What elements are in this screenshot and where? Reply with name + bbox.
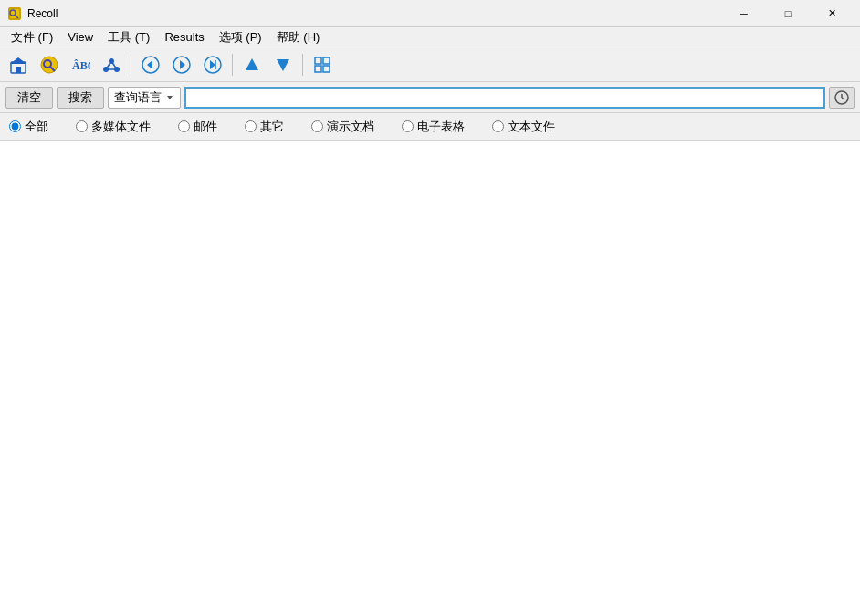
svg-marker-30 [167,96,173,99]
up-button[interactable] [237,51,267,78]
filter-media[interactable]: 多媒体文件 [76,119,151,135]
filter-all[interactable]: 全部 [9,119,48,135]
recoll-logo-button[interactable] [35,51,64,78]
down-button[interactable] [268,51,298,78]
filter-text[interactable]: 文本文件 [492,119,555,135]
svg-rect-26 [315,57,321,64]
language-dropdown[interactable]: 查询语言 [108,87,181,109]
down-icon [273,55,293,75]
filter-spreadsheet-radio[interactable] [402,120,414,132]
toolbar: ÂBĈ [0,47,860,82]
filter-other-label: 其它 [260,119,284,135]
svg-text:ÂBĈ: ÂBĈ [72,58,90,72]
next-button[interactable] [198,51,227,78]
grid-button[interactable] [308,51,337,78]
filter-presentation-label: 演示文档 [327,119,374,135]
next-icon [203,55,223,75]
svg-marker-22 [210,60,215,69]
menu-help[interactable]: 帮助 (H) [269,27,328,47]
search-input[interactable] [190,90,820,104]
window-controls: ─ □ ✕ [723,0,853,27]
menu-tools[interactable]: 工具 (T) [100,27,157,47]
filter-spreadsheet-label: 电子表格 [417,119,465,135]
forward-button[interactable] [167,51,196,78]
recoll-logo-icon [39,55,59,75]
menu-options[interactable]: 选项 (P) [212,27,269,47]
close-button[interactable]: ✕ [811,0,853,27]
svg-line-15 [111,61,117,69]
svg-rect-6 [16,67,21,73]
text-icon: ÂBĈ [70,55,90,75]
home-icon [8,55,28,75]
cluster-button[interactable] [97,51,126,78]
svg-marker-24 [246,58,258,70]
svg-line-14 [106,61,111,69]
dropdown-arrow-icon [165,93,174,102]
search-input-wrapper [184,87,825,109]
filter-other[interactable]: 其它 [245,119,284,135]
menu-results[interactable]: Results [157,27,211,47]
filter-email-radio[interactable] [178,120,190,132]
menu-bar: 文件 (F) View 工具 (T) Results 选项 (P) 帮助 (H) [0,27,860,47]
svg-line-33 [842,98,844,99]
forward-icon [172,55,192,75]
toolbar-separator-2 [232,54,233,76]
window-title: Recoll [27,7,723,20]
language-label: 查询语言 [114,89,162,106]
svg-marker-20 [180,60,185,69]
filter-presentation[interactable]: 演示文档 [311,119,374,135]
menu-view[interactable]: View [60,27,100,47]
menu-file[interactable]: 文件 (F) [4,27,60,47]
main-content [0,141,860,616]
clock-icon [834,89,850,106]
svg-marker-5 [10,57,26,64]
filter-media-label: 多媒体文件 [91,119,151,135]
svg-marker-18 [147,60,152,69]
filter-spreadsheet[interactable]: 电子表格 [402,119,465,135]
search-bar: 清空 搜索 查询语言 [0,82,860,113]
grid-icon [312,55,332,75]
minimize-button[interactable]: ─ [723,0,765,27]
text-button[interactable]: ÂBĈ [66,51,95,78]
cluster-icon [101,55,121,75]
title-bar: Recoll ─ □ ✕ [0,0,860,27]
svg-marker-25 [277,59,289,71]
toolbar-separator-1 [131,54,131,76]
svg-rect-29 [323,66,330,72]
search-button[interactable]: 搜索 [57,87,104,109]
history-button[interactable] [829,87,855,109]
toolbar-separator-3 [302,54,303,76]
filter-all-label: 全部 [25,119,48,135]
clear-button[interactable]: 清空 [5,87,53,109]
maximize-button[interactable]: □ [767,0,809,27]
up-icon [242,55,262,75]
filter-all-radio[interactable] [9,120,21,132]
back-icon [141,55,161,75]
filter-media-radio[interactable] [76,120,88,132]
filter-presentation-radio[interactable] [311,120,323,132]
app-icon [7,6,22,21]
svg-rect-27 [323,57,330,64]
back-button[interactable] [136,51,165,78]
filter-text-radio[interactable] [492,120,504,132]
svg-rect-28 [315,66,321,72]
home-button[interactable] [4,51,33,78]
filter-bar: 全部 多媒体文件 邮件 其它 演示文档 电子表格 文本文件 [0,113,860,141]
filter-email[interactable]: 邮件 [178,119,217,135]
filter-email-label: 邮件 [194,119,217,135]
filter-other-radio[interactable] [245,120,257,132]
filter-text-label: 文本文件 [508,119,555,135]
